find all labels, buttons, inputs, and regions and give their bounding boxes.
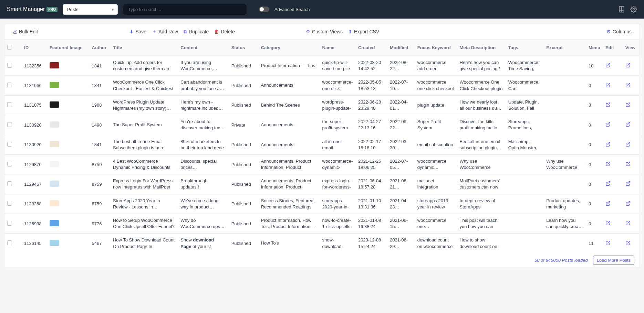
view-link[interactable]: [623, 194, 640, 214]
view-link[interactable]: [623, 234, 640, 253]
cell-status[interactable]: Published: [229, 154, 258, 174]
cell-author[interactable]: 8759: [89, 174, 110, 194]
cell-excerpt[interactable]: Learn how you can quickly create and: [543, 214, 586, 234]
docs-icon[interactable]: [618, 6, 625, 13]
cell-category[interactable]: Product Information — Tips: [258, 56, 320, 76]
cell-category[interactable]: How To's: [258, 234, 320, 253]
cell-modified[interactable]: 2022-04-01 12:16:06: [387, 95, 415, 115]
cell-title[interactable]: The best all-in-one Email Subscribers pl…: [110, 135, 178, 154]
cell-status[interactable]: Published: [229, 194, 258, 214]
cell-focus[interactable]: Super Profit System: [415, 115, 457, 135]
bulk-edit-button[interactable]: 🖨Bulk Edit: [10, 28, 41, 35]
cell-menu[interactable]: 0: [586, 174, 603, 194]
cell-id[interactable]: 1129457: [21, 174, 47, 194]
cell-name[interactable]: quick-tip-will-save-time-pile-: [320, 56, 355, 76]
cell-focus[interactable]: woocommerce add order: [415, 56, 457, 76]
edit-link[interactable]: [603, 95, 623, 115]
cell-meta[interactable]: Why use WooCommerce: [457, 154, 506, 174]
cell-title[interactable]: WooCommerce One Click Checkout - Easiest…: [110, 76, 178, 95]
cell-id[interactable]: 1130920: [21, 135, 47, 154]
cell-image[interactable]: [47, 234, 89, 253]
cell-status[interactable]: Published: [229, 234, 258, 253]
cell-category[interactable]: Announcements, Product Information, Prod…: [258, 154, 320, 174]
cell-tags[interactable]: [506, 174, 543, 194]
col-created[interactable]: Created: [355, 40, 387, 56]
cell-status[interactable]: Published: [229, 95, 258, 115]
table-row[interactable]: 11261455467How To Show Download Count On…: [4, 234, 640, 253]
add-row-button[interactable]: ＋Add Row: [149, 28, 181, 36]
cell-status[interactable]: Published: [229, 214, 258, 234]
cell-menu[interactable]: 0: [586, 115, 603, 135]
cell-tags[interactable]: [506, 234, 543, 253]
cell-created[interactable]: 2022-05-05 18:53:13: [355, 76, 387, 95]
cell-menu[interactable]: 0: [586, 76, 603, 95]
cell-excerpt[interactable]: [543, 76, 586, 95]
cell-focus[interactable]: woocommerce dynamic pricing,woocommerce: [415, 154, 457, 174]
cell-status[interactable]: Published: [229, 56, 258, 76]
cell-tags[interactable]: [506, 154, 543, 174]
table-row[interactable]: 112987087594 Best WooCommerce Dynamic Pr…: [4, 154, 640, 174]
table-row[interactable]: 11294578759Express Login For WordPress n…: [4, 174, 640, 194]
cell-category[interactable]: Success Stories, Featured, Recommended R…: [258, 194, 320, 214]
cell-excerpt[interactable]: [543, 115, 586, 135]
cell-tags[interactable]: Update, Plugin, Solution, Fail: [506, 95, 543, 115]
cell-meta[interactable]: MailPoet customers' customers can now: [457, 174, 506, 194]
col-meta-description[interactable]: Meta Description: [457, 40, 506, 56]
cell-id[interactable]: 1132356: [21, 56, 47, 76]
cell-focus[interactable]: download count on woocommerce: [415, 234, 457, 253]
edit-link[interactable]: [603, 56, 623, 76]
edit-link[interactable]: [603, 194, 623, 214]
view-link[interactable]: [623, 115, 640, 135]
table-row[interactable]: 11309201498The Super Profit SystemYou're…: [4, 115, 640, 135]
col-status[interactable]: Status: [229, 40, 258, 56]
edit-link[interactable]: [603, 135, 623, 154]
cell-content[interactable]: Why do WooCommerce upsell BOGO and other…: [178, 214, 228, 234]
cell-content[interactable]: 89% of marketers to be their top lead ge…: [178, 135, 228, 154]
edit-link[interactable]: [603, 115, 623, 135]
view-link[interactable]: [623, 95, 640, 115]
columns-button[interactable]: ⚙Columns: [604, 28, 634, 35]
cell-author[interactable]: 9776: [89, 214, 110, 234]
cell-tags[interactable]: Woocommerce, Time Saving,: [506, 56, 543, 76]
cell-created[interactable]: 2021-12-25 18:06:25: [355, 154, 387, 174]
cell-author[interactable]: 1841: [89, 76, 110, 95]
cell-name[interactable]: woocommerce-one-click-: [320, 76, 355, 95]
row-checkbox[interactable]: [7, 122, 12, 127]
col-title[interactable]: Title: [110, 40, 178, 56]
table-row[interactable]: 11309201841The best all-in-one Email Sub…: [4, 135, 640, 154]
col-focus-keyword[interactable]: Focus Keyword: [415, 40, 457, 56]
delete-button[interactable]: 🗑Delete: [211, 28, 237, 35]
cell-menu[interactable]: 0: [586, 154, 603, 174]
edit-link[interactable]: [603, 76, 623, 95]
cell-title[interactable]: WordPress Plugin Update Nightmares (my o…: [110, 95, 178, 115]
cell-created[interactable]: 2020-12-08 15:24:24: [355, 234, 387, 253]
cell-tags[interactable]: Mailchimp, Optin Monster,: [506, 135, 543, 154]
cell-author[interactable]: 1841: [89, 135, 110, 154]
dashboard-select[interactable]: Posts: [63, 4, 118, 15]
row-checkbox[interactable]: [7, 83, 12, 87]
cell-author[interactable]: 1908: [89, 95, 110, 115]
cell-content[interactable]: We've come a long way in product improve…: [178, 194, 228, 214]
table-row[interactable]: 11269989776How to Setup WooCommerce One …: [4, 214, 640, 234]
cell-meta[interactable]: Here's how you can give special pricing …: [457, 56, 506, 76]
cell-tags[interactable]: Woocommerce, Cart: [506, 76, 543, 95]
row-checkbox[interactable]: [7, 240, 12, 245]
view-link[interactable]: [623, 76, 640, 95]
view-link[interactable]: [623, 135, 640, 154]
cell-content[interactable]: Breakthrough updates!!: [178, 174, 228, 194]
cell-author[interactable]: 1498: [89, 115, 110, 135]
cell-menu[interactable]: 8: [586, 95, 603, 115]
cell-name[interactable]: wordpress-plugin-update-: [320, 95, 355, 115]
edit-link[interactable]: [603, 234, 623, 253]
cell-content[interactable]: Here's my own - nightmare included some …: [178, 95, 228, 115]
cell-content[interactable]: If you are using WooCommerce, handy solu…: [178, 56, 228, 76]
cell-meta[interactable]: In-depth review of StoreApps': [457, 194, 506, 214]
cell-tags[interactable]: [506, 194, 543, 214]
gear-icon[interactable]: [630, 6, 637, 13]
view-link[interactable]: [623, 56, 640, 76]
cell-modified[interactable]: 2022-03-30 16:38:55: [387, 135, 415, 154]
cell-category[interactable]: Behind The Scenes: [258, 95, 320, 115]
cell-modified[interactable]: 2022-06-22 13:08:50: [387, 115, 415, 135]
cell-title[interactable]: 4 Best WooCommerce Dynamic Pricing & Dis…: [110, 154, 178, 174]
cell-excerpt[interactable]: [543, 135, 586, 154]
